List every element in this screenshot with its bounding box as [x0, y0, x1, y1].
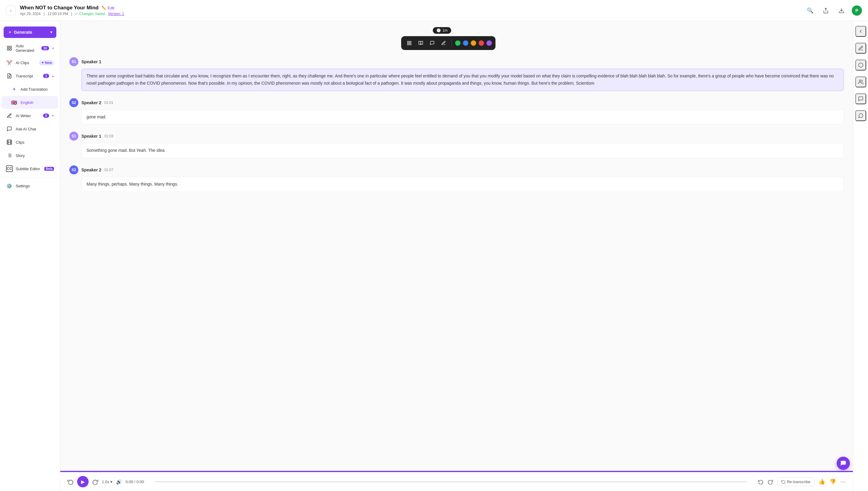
- color-amber[interactable]: [471, 40, 476, 46]
- download-button[interactable]: [836, 5, 847, 16]
- live-chat-button[interactable]: [837, 457, 850, 470]
- fast-forward-button[interactable]: [92, 479, 98, 485]
- transcript-chevron-icon: ▴: [52, 74, 54, 78]
- header-title-area: When NOT to Change Your Mind ✏️ Edit Apr…: [20, 5, 801, 16]
- english-label: English: [21, 100, 54, 105]
- people-button[interactable]: [855, 77, 866, 87]
- transcript-block-s1-2: S1 Speaker 1 01:03 Something gone mad. B…: [69, 132, 844, 158]
- svg-rect-22: [408, 41, 409, 43]
- transcript-label: Transcript: [16, 74, 40, 78]
- volume-button[interactable]: 🔊: [116, 479, 122, 485]
- time-tooltip: 🕐 1m: [433, 27, 451, 34]
- transcript-block-s1-1: S1 Speaker 1 There are some cognitive ba…: [69, 57, 844, 91]
- toolbar-chat-button[interactable]: [428, 38, 437, 48]
- sidebar-item-transcript[interactable]: Transcript 1 ▴: [2, 69, 58, 82]
- comments-button[interactable]: [855, 110, 866, 121]
- speaker-name-s1-2: Speaker 1: [81, 134, 101, 139]
- changes-saved-status: ✓ Changes Saved: [75, 12, 105, 16]
- svg-rect-25: [410, 44, 411, 45]
- search-button[interactable]: 🔍: [805, 5, 816, 16]
- sidebar-item-ai-clips[interactable]: ✂️ AI Clips ✦ New: [2, 56, 58, 69]
- speaker-avatar-s1-1: S1: [69, 57, 78, 66]
- rewind-button[interactable]: [67, 479, 74, 485]
- thumbs-up-button[interactable]: 👍: [818, 478, 825, 485]
- sidebar-item-ask-ai-chat[interactable]: Ask AI Chat: [2, 123, 58, 135]
- ai-writer-chevron-icon: ▾: [52, 114, 54, 118]
- header: ‹ When NOT to Change Your Mind ✏️ Edit A…: [0, 0, 868, 21]
- sidebar-item-auto-generated[interactable]: Auto Generated 10 ▾: [2, 41, 58, 56]
- transcript-text-s1-1[interactable]: There are some cognitive bad habits that…: [81, 69, 844, 91]
- skip-forward-button[interactable]: [767, 479, 773, 484]
- transcript-block-s2-2: S2 Speaker 2 01:07 Many things, perhaps.…: [69, 165, 844, 192]
- content-area: 🕐 1m: [60, 21, 853, 491]
- add-translation-icon: +: [11, 86, 18, 92]
- color-red[interactable]: [479, 40, 484, 46]
- toolbar-book-button[interactable]: [416, 38, 425, 48]
- speaker-name-s2-2: Speaker 2: [81, 168, 101, 172]
- speaker-name-s2-1: Speaker 2: [81, 100, 101, 105]
- subtitle-editor-label: Subtitle Editor: [16, 167, 41, 171]
- speed-button[interactable]: 1.0x ▾: [102, 480, 112, 484]
- thumbs-down-button[interactable]: 👎: [830, 478, 836, 485]
- retranscribe-button[interactable]: Re-transcribe: [777, 478, 814, 486]
- back-button[interactable]: ‹: [6, 6, 16, 16]
- sidebar-divider: [0, 177, 60, 177]
- sidebar-item-ai-writer[interactable]: AI Writer 0 ▾: [2, 109, 58, 122]
- time-tooltip-label: 1m: [443, 28, 448, 32]
- transcript-area: 🕐 1m: [60, 21, 853, 471]
- transcript-text-s2-2[interactable]: Many things, perhaps. Many things. Many …: [81, 177, 844, 192]
- speaker-avatar-s2-2: S2: [69, 165, 78, 174]
- clips-icon: [6, 139, 13, 145]
- progress-bar-track[interactable]: [155, 481, 747, 482]
- more-options-button[interactable]: ⋯: [840, 478, 846, 485]
- collapse-panel-button[interactable]: [855, 26, 866, 37]
- share-button[interactable]: [820, 5, 831, 16]
- speaker-time-s1-2: 01:03: [104, 134, 113, 138]
- document-date: Apr 29, 2024: [20, 12, 41, 16]
- sidebar-item-add-translation[interactable]: + Add Translation: [2, 83, 58, 95]
- time-display: 0:00 / 0:00: [126, 480, 144, 484]
- toolbar-pen-button[interactable]: [439, 38, 448, 48]
- story-label: Story: [16, 153, 54, 158]
- transcript-text-s1-2[interactable]: Something gone mad. But Yeah. The idea: [81, 143, 844, 158]
- speaker-time-s2-2: 01:07: [104, 168, 113, 172]
- settings-icon: ⚙️: [6, 182, 13, 189]
- sidebar-item-settings[interactable]: ⚙️ Settings: [2, 179, 58, 192]
- edit-button[interactable]: ✏️ Edit: [102, 6, 114, 10]
- toolbar-grid-button[interactable]: [405, 38, 414, 48]
- edit-panel-button[interactable]: [855, 43, 866, 54]
- auto-generated-icon: [6, 45, 13, 52]
- transcript-blocks: S1 Speaker 1 There are some cognitive ba…: [69, 57, 844, 192]
- svg-rect-4: [7, 49, 9, 50]
- sidebar-item-clips[interactable]: Clips: [2, 136, 58, 148]
- generate-chevron-icon: ▾: [50, 30, 52, 34]
- header-meta: Apr 29, 2024 | 12:00:19 PM | ✓ Changes S…: [20, 12, 801, 16]
- play-button[interactable]: ▶: [77, 476, 89, 487]
- ai-writer-badge: 0: [43, 114, 49, 118]
- version-link[interactable]: Version: 1: [108, 12, 124, 16]
- settings-label: Settings: [16, 184, 54, 188]
- svg-rect-2: [7, 46, 9, 48]
- ai-clips-new-badge: ✦ New: [39, 60, 54, 65]
- sidebar-item-story[interactable]: Story: [2, 149, 58, 162]
- transcript-text-s2-1[interactable]: gone mad.: [81, 110, 844, 125]
- svg-rect-23: [410, 41, 411, 43]
- color-blue[interactable]: [463, 40, 468, 46]
- generate-button[interactable]: ＋ Generate ▾: [4, 27, 56, 38]
- sidebar-item-english[interactable]: 🇬🇧 English: [2, 96, 58, 109]
- document-title: When NOT to Change Your Mind: [20, 5, 99, 11]
- sidebar-item-subtitle-editor[interactable]: CC Subtitle Editor Beta: [2, 162, 58, 175]
- transcript-block-s2-1: S2 Speaker 2 01:01 gone mad.: [69, 98, 844, 125]
- color-purple[interactable]: [486, 40, 492, 46]
- chat-bubbles-button[interactable]: [855, 93, 866, 104]
- auto-generated-badge: 10: [41, 46, 49, 50]
- speaker-time-s2-1: 01:01: [104, 100, 113, 105]
- user-avatar[interactable]: P: [852, 5, 862, 16]
- story-icon: [6, 152, 13, 159]
- skip-back-button[interactable]: [758, 479, 763, 484]
- color-green[interactable]: [455, 40, 460, 46]
- header-actions: 🔍 P: [805, 5, 862, 16]
- integrations-button[interactable]: [855, 60, 866, 70]
- toolbar-popup: [401, 36, 496, 50]
- player-bar: ▶ 1.0x ▾ 🔊 0:00 / 0:00: [60, 472, 853, 491]
